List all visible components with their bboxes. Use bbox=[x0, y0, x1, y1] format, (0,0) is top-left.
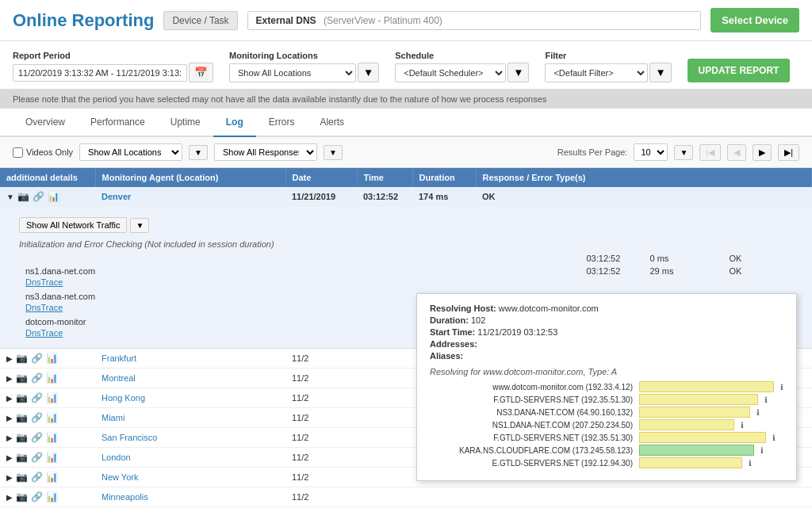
network-icon[interactable]: 🔗 bbox=[31, 491, 43, 502]
tab-uptime[interactable]: Uptime bbox=[158, 109, 213, 137]
ns1-name: ns1.dana-net.com bbox=[25, 266, 184, 276]
tab-alerts[interactable]: Alerts bbox=[307, 109, 357, 137]
location-link[interactable]: Frankfurt bbox=[102, 353, 136, 363]
expand-arrow-icon[interactable]: ▶ bbox=[6, 374, 13, 383]
page-first-btn[interactable]: |◀ bbox=[699, 144, 721, 161]
tab-overview[interactable]: Overview bbox=[13, 109, 78, 137]
dns-bar-fill bbox=[639, 407, 750, 418]
log-toolbar: Videos Only Show All Locations ▼ Show Al… bbox=[0, 137, 812, 168]
dnstrace-link-3[interactable]: DnsTrace bbox=[25, 328, 63, 338]
denver-location-link[interactable]: Denver bbox=[102, 192, 131, 201]
waterfall-icon[interactable]: 📊 bbox=[46, 412, 58, 423]
waterfall-icon[interactable]: 📊 bbox=[46, 452, 58, 463]
camera-icon[interactable]: 📷 bbox=[17, 191, 29, 202]
videos-only-checkbox-label[interactable]: Videos Only bbox=[13, 147, 73, 158]
notice-text: Please note that the period you have sel… bbox=[13, 94, 546, 104]
videos-only-checkbox[interactable] bbox=[13, 147, 23, 158]
network-traffic-dropdown-btn[interactable]: ▼ bbox=[130, 218, 149, 233]
waterfall-icon[interactable]: 📊 bbox=[46, 432, 58, 443]
table-row: ▼ 📷 🔗 📊 Denver 11/21/2019 03:12:52 174 m… bbox=[0, 187, 812, 207]
camera-icon[interactable]: 📷 bbox=[16, 472, 28, 483]
network-icon[interactable]: 🔗 bbox=[31, 432, 43, 443]
expand-arrow-icon[interactable]: ▶ bbox=[6, 493, 13, 502]
expand-arrow-icon[interactable]: ▶ bbox=[6, 414, 13, 422]
expand-arrow-icon[interactable]: ▼ bbox=[6, 193, 14, 201]
dns-bar-info-icon[interactable]: ℹ bbox=[780, 383, 783, 392]
denver-duration-cell: 174 ms bbox=[412, 187, 476, 207]
filter-select[interactable]: <Default Filter> bbox=[545, 63, 648, 82]
waterfall-icon[interactable]: 📊 bbox=[46, 472, 58, 483]
camera-icon[interactable]: 📷 bbox=[16, 452, 28, 463]
header: Online Reporting Device / Task External … bbox=[0, 0, 812, 41]
update-report-button[interactable]: UPDATE REPORT bbox=[688, 59, 791, 82]
camera-icon[interactable]: 📷 bbox=[16, 392, 28, 403]
col-monitoring-agent: Monitoring Agent (Location) bbox=[95, 168, 285, 187]
waterfall-icon[interactable]: 📊 bbox=[46, 372, 58, 384]
report-period-calendar-icon[interactable]: 📅 bbox=[189, 63, 213, 82]
start-time-label: Start Time: bbox=[430, 327, 475, 337]
report-period-input[interactable] bbox=[13, 64, 187, 82]
page-next-btn[interactable]: ▶ bbox=[753, 144, 772, 161]
waterfall-icon[interactable]: 📊 bbox=[46, 392, 58, 403]
dnstrace-link-2[interactable]: DnsTrace bbox=[25, 303, 63, 312]
dns-row: ns1.dana-net.com 03:12:52 29 ms OK bbox=[25, 265, 793, 277]
camera-icon[interactable]: 📷 bbox=[16, 491, 28, 502]
tab-errors[interactable]: Errors bbox=[256, 109, 308, 137]
location-link[interactable]: Hong Kong bbox=[102, 393, 145, 403]
network-icon[interactable]: 🔗 bbox=[33, 191, 44, 202]
locations-filter-select[interactable]: Show All Locations bbox=[79, 143, 182, 161]
expand-arrow-icon[interactable]: ▶ bbox=[6, 394, 13, 403]
network-icon[interactable]: 🔗 bbox=[31, 372, 43, 384]
network-icon[interactable]: 🔗 bbox=[31, 452, 43, 463]
results-per-page-label: Results Per Page: bbox=[557, 147, 628, 157]
filters-row: Report Period 📅 Monitoring Locations Sho… bbox=[0, 41, 812, 90]
videos-only-label: Videos Only bbox=[26, 147, 73, 157]
camera-icon[interactable]: 📷 bbox=[16, 412, 28, 423]
tab-log[interactable]: Log bbox=[213, 109, 256, 137]
network-icon[interactable]: 🔗 bbox=[31, 472, 43, 483]
page-last-btn[interactable]: ▶| bbox=[778, 144, 799, 161]
schedule-dropdown-icon[interactable]: ▼ bbox=[508, 63, 529, 82]
tab-performance[interactable]: Performance bbox=[78, 109, 158, 137]
dns-bar-info-icon[interactable]: ℹ bbox=[741, 421, 744, 430]
expand-arrow-icon[interactable]: ▶ bbox=[6, 453, 13, 462]
monitoring-locations-select[interactable]: Show All Locations bbox=[229, 63, 356, 82]
results-per-page-dropdown-btn[interactable]: ▼ bbox=[674, 145, 693, 160]
waterfall-icon[interactable]: 📊 bbox=[48, 191, 59, 202]
filter-dropdown-icon[interactable]: ▼ bbox=[649, 63, 671, 82]
page-prev-btn[interactable]: ◀ bbox=[727, 144, 746, 161]
location-link[interactable]: Minneapolis bbox=[102, 492, 148, 502]
camera-icon[interactable]: 📷 bbox=[16, 372, 28, 384]
dnstrace-link-1[interactable]: DnsTrace bbox=[25, 277, 63, 287]
location-link[interactable]: San Francisco bbox=[102, 433, 157, 442]
expand-arrow-icon[interactable]: ▶ bbox=[6, 473, 13, 482]
waterfall-icon[interactable]: 📊 bbox=[46, 491, 58, 502]
dns-bar-info-icon[interactable]: ℹ bbox=[760, 446, 764, 455]
waterfall-icon[interactable]: 📊 bbox=[46, 353, 58, 364]
dns-bar-info-icon[interactable]: ℹ bbox=[772, 434, 776, 442]
dns-bar-label: NS3.DANA-NET.COM (64.90.160.132) bbox=[430, 408, 636, 417]
camera-icon[interactable]: 📷 bbox=[16, 353, 28, 364]
network-icon[interactable]: 🔗 bbox=[31, 412, 43, 423]
locations-filter-dropdown-btn[interactable]: ▼ bbox=[189, 145, 208, 160]
dns-bar-row: NS1.DANA-NET.COM (207.250.234.50)ℹ bbox=[430, 419, 783, 430]
expand-arrow-icon[interactable]: ▶ bbox=[6, 354, 13, 363]
select-device-button[interactable]: Select Device bbox=[710, 8, 799, 32]
dns-bar-info-icon[interactable]: ℹ bbox=[756, 408, 760, 417]
location-link[interactable]: New York bbox=[102, 472, 138, 482]
camera-icon[interactable]: 📷 bbox=[16, 432, 28, 443]
network-traffic-button[interactable]: Show All Network Traffic bbox=[19, 217, 127, 233]
expand-arrow-icon[interactable]: ▶ bbox=[6, 434, 13, 442]
dns-bar-info-icon[interactable]: ℹ bbox=[749, 459, 752, 468]
monitoring-locations-dropdown-icon[interactable]: ▼ bbox=[358, 63, 379, 82]
location-link[interactable]: Miami bbox=[102, 413, 124, 422]
schedule-select[interactable]: <Default Scheduler> bbox=[395, 63, 506, 82]
dns-bar-info-icon[interactable]: ℹ bbox=[764, 395, 768, 404]
location-link[interactable]: London bbox=[102, 453, 131, 462]
network-icon[interactable]: 🔗 bbox=[31, 353, 43, 364]
location-link[interactable]: Montreal bbox=[102, 373, 136, 383]
network-icon[interactable]: 🔗 bbox=[31, 392, 43, 403]
results-per-page-select[interactable]: 10 bbox=[634, 143, 668, 161]
responses-filter-dropdown-btn[interactable]: ▼ bbox=[324, 145, 343, 160]
responses-filter-select[interactable]: Show All Responses bbox=[214, 143, 317, 161]
